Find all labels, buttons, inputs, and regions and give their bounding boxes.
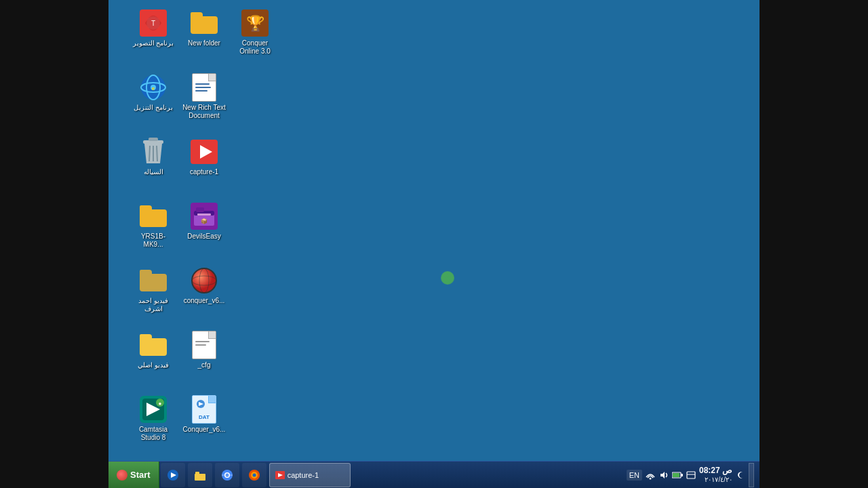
svg-text:e: e [152, 85, 155, 92]
svg-point-44 [252, 473, 256, 476]
start-orb [117, 470, 127, 481]
desktop: T برنامج التصوير New folder 🏆 Conquer On… [108, 0, 760, 461]
taskbar-chrome[interactable] [215, 463, 239, 487]
tray-network[interactable] [645, 470, 656, 481]
icon-taswer[interactable]: T برنامج التصوير [129, 7, 178, 50]
taskbar-media-player[interactable] [161, 463, 185, 487]
tray-battery[interactable] [672, 470, 683, 481]
icon-ie[interactable]: e برنامج التنزيل [129, 71, 178, 115]
icon-video-asli[interactable]: فيديو اصلي [129, 329, 178, 372]
icon-video-folder[interactable]: فيديو احمد اشرف [129, 264, 178, 316]
svg-rect-50 [681, 474, 683, 476]
clock-date: ٢٠١٧/٤/٢٠ [705, 476, 732, 484]
icon-conquer-v6[interactable]: conquer_v6... [180, 264, 229, 308]
taskbar-explorer[interactable] [188, 463, 212, 487]
icon-yrs[interactable]: YRS1B-MK9... [129, 200, 178, 251]
show-desktop-button[interactable] [749, 463, 754, 487]
language-button[interactable]: EN [627, 470, 642, 481]
icon-conquer-dat[interactable]: DAT Conquer_v6... [180, 393, 229, 436]
svg-marker-48 [660, 472, 665, 479]
clock-time: 08:27 ص [699, 466, 732, 475]
svg-text:T: T [151, 20, 155, 27]
svg-text:📦: 📦 [201, 218, 208, 224]
icon-camtasia[interactable]: ● Camtasia Studio 8 [129, 393, 178, 445]
active-window-button[interactable]: capture-1 [269, 463, 351, 487]
svg-line-14 [157, 146, 157, 161]
desktop-screen: T برنامج التصوير New folder 🏆 Conquer On… [108, 0, 760, 488]
icon-recycle[interactable]: السياله [129, 136, 178, 179]
icon-rtf[interactable]: New Rich Text Document [180, 71, 229, 123]
active-window-label: capture-1 [288, 471, 319, 479]
taskbar-firefox[interactable] [242, 463, 267, 487]
svg-rect-21 [196, 207, 204, 212]
tray-volume[interactable] [658, 470, 669, 481]
svg-rect-37 [195, 474, 205, 481]
svg-rect-11 [149, 138, 158, 141]
right-black-bar [760, 0, 868, 488]
svg-line-12 [149, 146, 150, 161]
svg-point-47 [649, 477, 651, 479]
svg-rect-51 [673, 473, 679, 477]
tray-misc[interactable] [686, 470, 696, 481]
taskbar: Start [108, 461, 760, 488]
svg-text:🏆: 🏆 [246, 14, 265, 33]
icon-devils[interactable]: 📦 DevilsEasy [180, 200, 229, 243]
clock[interactable]: 08:27 ص ٢٠١٧/٤/٢٠ [699, 466, 732, 483]
start-label: Start [130, 470, 151, 480]
icon-new-folder[interactable]: New folder [180, 7, 229, 50]
svg-text:●: ● [159, 401, 162, 407]
icon-conquer-online[interactable]: 🏆 Conquer Online 3.0 [231, 7, 279, 58]
start-button[interactable]: Start [108, 462, 159, 489]
left-black-bar [0, 0, 108, 488]
cursor [441, 271, 454, 285]
svg-rect-52 [687, 472, 695, 479]
svg-rect-20 [197, 214, 211, 216]
tray-moon[interactable] [735, 470, 746, 481]
icon-capture[interactable]: capture-1 [180, 136, 229, 179]
taskbar-tray: EN [627, 463, 760, 487]
icon-cfg[interactable]: _cfg [180, 329, 229, 372]
